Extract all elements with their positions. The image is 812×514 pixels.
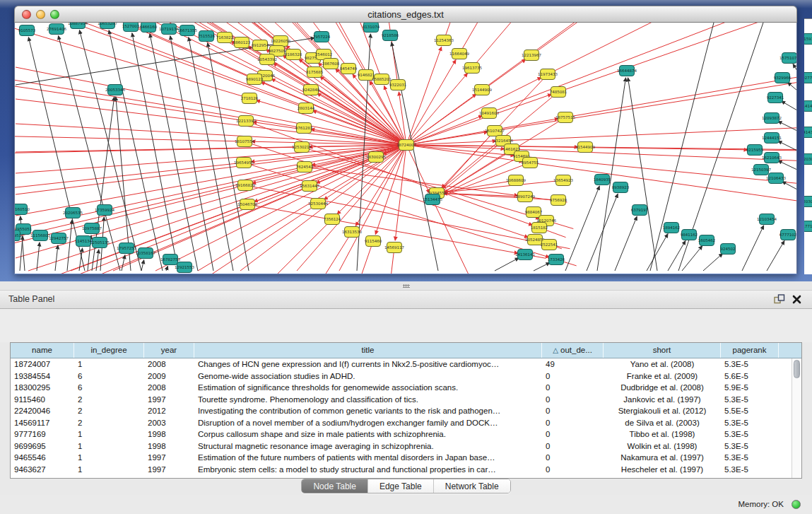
table-cell[interactable]: 9699695 bbox=[11, 440, 74, 452]
table-cell[interactable]: 0 bbox=[542, 370, 604, 382]
table-cell[interactable]: 2 bbox=[74, 405, 144, 417]
table-cell[interactable]: 0 bbox=[542, 428, 604, 440]
table-cell[interactable]: Structural magnetic resonance image aver… bbox=[194, 440, 542, 452]
table-row[interactable]: 1872400712008Changes of HCN gene express… bbox=[11, 358, 801, 370]
table-cell[interactable]: 9463627 bbox=[11, 464, 74, 476]
tab-edge-table[interactable]: Edge Table bbox=[368, 479, 434, 493]
table-row[interactable]: 946554611997Estimation of the future num… bbox=[11, 452, 801, 464]
table-cell[interactable]: de Silva et al. (2003) bbox=[604, 417, 721, 429]
table-cell[interactable]: Yano et al. (2008) bbox=[604, 358, 721, 370]
table-cell[interactable]: 2012 bbox=[144, 405, 194, 417]
table-cell[interactable]: 1997 bbox=[144, 452, 194, 464]
table-cell[interactable]: 5.3E-5 bbox=[721, 452, 779, 464]
table-cell[interactable]: 22420046 bbox=[11, 405, 74, 417]
table-row[interactable]: 1938455462009Genome-wide association stu… bbox=[11, 370, 801, 382]
table-vertical-scrollbar[interactable] bbox=[792, 358, 801, 478]
table-row[interactable]: 2242004622012Investigating the contribut… bbox=[11, 405, 801, 417]
table-cell[interactable]: 2003 bbox=[144, 417, 194, 429]
table-cell[interactable]: 14569117 bbox=[11, 417, 74, 429]
table-cell[interactable]: 0 bbox=[542, 382, 604, 394]
table-cell[interactable]: 6 bbox=[74, 382, 144, 394]
table-cell[interactable]: 5.5E-5 bbox=[721, 405, 779, 417]
table-row[interactable]: 946362711997Embryonic stem cells: a mode… bbox=[11, 464, 801, 476]
scrollbar-thumb[interactable] bbox=[794, 360, 800, 378]
table-cell[interactable]: 2 bbox=[74, 394, 144, 406]
table-cell[interactable]: Embryonic stem cells: a model to study s… bbox=[194, 464, 542, 476]
panel-splitter[interactable] bbox=[0, 281, 812, 291]
table-cell[interactable]: 0 bbox=[542, 440, 604, 452]
column-header-short[interactable]: short bbox=[604, 343, 721, 358]
table-cell[interactable]: 9777169 bbox=[11, 428, 74, 440]
column-header-title[interactable]: title bbox=[194, 343, 542, 358]
table-cell[interactable]: 2 bbox=[74, 417, 144, 429]
table-cell[interactable]: 1997 bbox=[144, 394, 194, 406]
table-cell[interactable]: 1 bbox=[74, 464, 144, 476]
table-cell[interactable]: 5.3E-5 bbox=[721, 440, 779, 452]
table-cell[interactable]: Estimation of significance thresholds fo… bbox=[194, 382, 542, 394]
table-cell[interactable]: Genome-wide association studies in ADHD. bbox=[194, 370, 542, 382]
table-cell[interactable]: Dudbridge et al. (2008) bbox=[604, 382, 721, 394]
table-cell[interactable]: Hescheler et al. (1997) bbox=[604, 464, 721, 476]
table-header-row: name in_degree year title △ out_de... sh… bbox=[11, 343, 801, 358]
table-cell[interactable]: 1 bbox=[74, 358, 144, 370]
column-header-out-degree[interactable]: △ out_de... bbox=[542, 343, 604, 358]
table-cell[interactable]: 49 bbox=[542, 358, 604, 370]
table-cell[interactable]: 2008 bbox=[144, 358, 194, 370]
table-row[interactable]: 1830029562008Estimation of significance … bbox=[11, 382, 801, 394]
table-cell[interactable]: Investigating the contribution of common… bbox=[194, 405, 542, 417]
table-cell[interactable]: 1998 bbox=[144, 440, 194, 452]
table-cell[interactable]: 19384554 bbox=[11, 370, 74, 382]
table-cell[interactable]: 18300295 bbox=[11, 382, 74, 394]
network-window-titlebar[interactable]: citations_edges.txt bbox=[14, 6, 797, 23]
table-cell[interactable]: 1997 bbox=[144, 464, 194, 476]
background-network-view[interactable]: 1591092774141435141435212030712030721771… bbox=[804, 18, 812, 274]
column-header-in-degree[interactable]: in_degree bbox=[74, 343, 144, 358]
table-cell[interactable]: 1998 bbox=[144, 428, 194, 440]
table-cell[interactable]: 5.3E-5 bbox=[721, 464, 779, 476]
table-row[interactable]: 1456911722003Disruption of a novel membe… bbox=[11, 417, 801, 429]
table-row[interactable]: 969969511998Structural magnetic resonanc… bbox=[11, 440, 801, 452]
column-header-name[interactable]: name bbox=[11, 343, 74, 358]
column-header-year[interactable]: year bbox=[144, 343, 194, 358]
table-cell[interactable]: 9465546 bbox=[11, 452, 74, 464]
table-cell[interactable]: 9115460 bbox=[11, 394, 74, 406]
float-window-icon[interactable] bbox=[774, 294, 785, 305]
tab-network-table[interactable]: Network Table bbox=[434, 479, 510, 493]
table-cell[interactable]: 0 bbox=[542, 452, 604, 464]
table-cell[interactable]: Stergiakouli et al. (2012) bbox=[604, 405, 721, 417]
table-cell[interactable]: 0 bbox=[542, 464, 604, 476]
table-cell[interactable]: Franke et al. (2009) bbox=[604, 370, 721, 382]
table-cell[interactable]: Tourette syndrome. Phenomenology and cla… bbox=[194, 394, 542, 406]
tab-node-table[interactable]: Node Table bbox=[302, 479, 368, 493]
table-cell[interactable]: Corpus callosum shape and size in male p… bbox=[194, 428, 542, 440]
close-panel-icon[interactable] bbox=[792, 294, 802, 305]
table-cell[interactable]: 2008 bbox=[144, 382, 194, 394]
table-row[interactable]: 977716911998Corpus callosum shape and si… bbox=[11, 428, 801, 440]
table-cell[interactable]: Tibbo et al. (1998) bbox=[604, 428, 721, 440]
table-row[interactable]: 911546021997Tourette syndrome. Phenomeno… bbox=[11, 394, 801, 406]
table-cell[interactable]: 6 bbox=[74, 370, 144, 382]
column-header-pagerank[interactable]: pagerank bbox=[721, 343, 779, 358]
table-cell[interactable]: 5.6E-5 bbox=[721, 370, 779, 382]
table-cell[interactable]: 5.3E-5 bbox=[721, 358, 779, 370]
table-cell[interactable]: 5.3E-5 bbox=[721, 417, 779, 429]
table-cell[interactable]: 0 bbox=[542, 394, 604, 406]
table-cell[interactable]: 18724007 bbox=[11, 358, 74, 370]
table-cell[interactable]: Nakamura et al. (1997) bbox=[604, 452, 721, 464]
table-cell[interactable]: 1 bbox=[74, 440, 144, 452]
table-cell[interactable]: 0 bbox=[542, 417, 604, 429]
splitter-grip-icon[interactable] bbox=[403, 284, 410, 288]
table-cell[interactable]: Jankovic et al. (1997) bbox=[604, 394, 721, 406]
table-cell[interactable]: 0 bbox=[542, 405, 604, 417]
table-cell[interactable]: Estimation of the future numbers of pati… bbox=[194, 452, 542, 464]
table-cell[interactable]: 5.9E-5 bbox=[721, 382, 779, 394]
table-cell[interactable]: Changes of HCN gene expression and I(f) … bbox=[194, 358, 542, 370]
table-cell[interactable]: 2009 bbox=[144, 370, 194, 382]
table-cell[interactable]: Disruption of a novel member of a sodium… bbox=[194, 417, 542, 429]
table-cell[interactable]: Wolkin et al. (1998) bbox=[604, 440, 721, 452]
table-cell[interactable]: 1 bbox=[74, 428, 144, 440]
table-cell[interactable]: 5.3E-5 bbox=[721, 428, 779, 440]
network-canvas[interactable]: 1872400718300295886012389129541822605898… bbox=[14, 23, 797, 274]
table-cell[interactable]: 1 bbox=[74, 452, 144, 464]
table-cell[interactable]: 5.3E-5 bbox=[721, 394, 779, 406]
